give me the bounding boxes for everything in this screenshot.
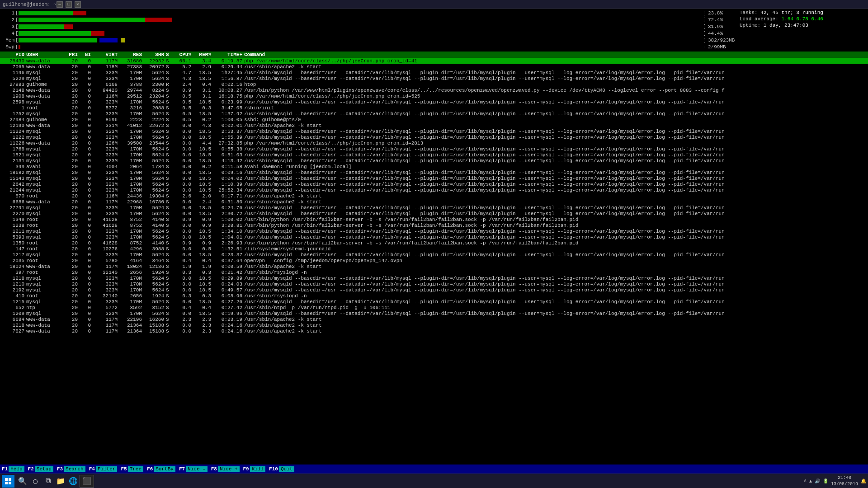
- header-ni: NI: [80, 52, 91, 57]
- proc-mem: 3.4: [193, 58, 211, 64]
- proc-s: S: [166, 188, 171, 193]
- proc-pid: 1196: [2, 70, 24, 75]
- table-row[interactable]: 27983 guihome 20 0 6168 3788 2300 R 2.4 …: [0, 81, 868, 87]
- fn-num: F5: [120, 466, 127, 472]
- table-row[interactable]: 2598 mysql 20 0 323M 170M 5624 S 0.5 18.…: [0, 99, 868, 105]
- browser-icon[interactable]: 🌐: [67, 475, 80, 488]
- fn-key-f3[interactable]: F3Search: [56, 466, 87, 472]
- table-row[interactable]: 1350 root 20 0 41628 8752 4140 S 0.9 0.9…: [0, 240, 868, 246]
- fn-key-f4[interactable]: F4Filter: [88, 466, 119, 472]
- proc-ni: 0: [80, 328, 91, 334]
- proc-res: 24436: [119, 193, 142, 199]
- terminal-icon[interactable]: ⬛: [80, 475, 94, 488]
- table-row[interactable]: 6684 www-data 20 0 117M 22196 16260 S 2.…: [0, 316, 868, 322]
- cpu-bar-label: 3: [2, 24, 14, 29]
- file-manager-icon[interactable]: 📁: [54, 475, 67, 488]
- table-row[interactable]: 870 root 20 0 116M 24436 19304 S 2.6 2.0…: [0, 193, 868, 199]
- table-row[interactable]: 5393 mysql 20 0 323M 170M 5624 S 0.0 18.…: [0, 234, 868, 240]
- proc-pid: 2035: [2, 258, 24, 263]
- table-row[interactable]: 1238 root 20 0 41628 8752 4140 S 0.0 0.9…: [0, 222, 868, 228]
- table-row[interactable]: 1211 mysql 20 0 323M 170M 5624 S 0.0 18.…: [0, 228, 868, 234]
- table-row[interactable]: 1210 mysql 20 0 323M 170M 5624 S 0.0 18.…: [0, 281, 868, 287]
- table-row[interactable]: 1222 mysql 20 0 323M 170M 5624 S 0.0 18.…: [0, 134, 868, 140]
- proc-res: 18024: [119, 264, 142, 269]
- proc-user: www-data: [26, 141, 62, 146]
- table-row[interactable]: 1752 mysql 20 0 323M 170M 5624 S 0.5 18.…: [0, 111, 868, 117]
- cpu-bar-row: 3[]31.9%: [2, 23, 731, 30]
- table-row[interactable]: 1 root 20 0 5372 3216 2088 S 0.5 0.3 3:4…: [0, 105, 868, 111]
- table-row[interactable]: 18024 www-data 20 0 117M 18024 12136 S 1…: [0, 263, 868, 269]
- table-row[interactable]: 1908 www-data 20 0 116M 29512 23204 S 0.…: [0, 93, 868, 99]
- table-row[interactable]: 15143 mysql 20 0 323M 170M 5624 S 0.0 18…: [0, 175, 868, 181]
- fn-key-f9[interactable]: F9Kill: [242, 466, 268, 472]
- notification-icon[interactable]: 🔔: [861, 479, 866, 484]
- proc-cmd: /usr/sbin/mysqld --basedir=/usr --datadi…: [244, 176, 866, 181]
- table-row[interactable]: 1349 root 20 0 41628 8752 4140 S 0.9 0.9…: [0, 216, 868, 222]
- proc-cpu: 0.0: [173, 158, 191, 164]
- table-row[interactable]: 2131 mysql 20 0 323M 170M 5624 S 0.0 18.…: [0, 158, 868, 164]
- task-view-icon[interactable]: ⧉: [42, 475, 54, 488]
- maximize-button[interactable]: □: [66, 1, 72, 8]
- svg-rect-2: [5, 482, 8, 484]
- proc-virt: 4004: [93, 164, 118, 169]
- table-row[interactable]: 1768 mysql 20 0 323M 170M 5624 S 0.0 18.…: [0, 146, 868, 152]
- fn-key-f8[interactable]: F8Nice +: [210, 466, 241, 472]
- proc-pri: 20: [64, 270, 78, 275]
- proc-res: 170M: [119, 152, 142, 158]
- table-row[interactable]: 27984 guihome 20 0 8596 2228 2224 S 0.5 …: [0, 117, 868, 122]
- table-row[interactable]: 1521 mysql 20 0 323M 170M 5624 S 0.0 18.…: [0, 152, 868, 158]
- table-row[interactable]: 1218 mysql 20 0 323M 170M 5624 S 0.0 18.…: [0, 275, 868, 281]
- fn-key-f1[interactable]: F1Help: [1, 466, 26, 472]
- proc-cpu: 2.6: [173, 193, 191, 199]
- table-row[interactable]: 397 root 20 0 32140 2656 1924 S 0.3 0.3 …: [0, 269, 868, 275]
- table-row[interactable]: 1196 mysql 20 0 323M 170M 5624 S 4.7 18.…: [0, 70, 868, 75]
- table-row[interactable]: 2192 mysql 20 0 323M 170M 5624 S 0.0 18.…: [0, 287, 868, 293]
- fn-label: Nice +: [218, 466, 240, 472]
- table-row[interactable]: 5229 mysql 20 0 323M 170M 5624 S 4.3 18.…: [0, 75, 868, 81]
- table-row[interactable]: 28430 www-data 20 0 117M 31680 22932 S 6…: [0, 58, 868, 64]
- table-row[interactable]: 12190 www-data 20 0 331M 41012 22672 S 0…: [0, 122, 868, 128]
- table-row[interactable]: 1215 mysql 20 0 323M 170M 5624 S 0.0 18.…: [0, 299, 868, 305]
- proc-res: 170M: [119, 311, 142, 316]
- table-row[interactable]: 21244 mysql 20 0 323M 170M 5624 S 0.0 18…: [0, 187, 868, 193]
- cpu-bar-green-segment: [19, 18, 145, 22]
- table-row[interactable]: 11224 mysql 20 0 323M 170M 5624 S 0.0 18…: [0, 128, 868, 134]
- table-row[interactable]: 2148 www-data 20 0 94420 29744 8224 S 0.…: [0, 87, 868, 93]
- cpu-bar-row: 4[]44.4%: [2, 30, 731, 37]
- table-row[interactable]: 1218 www-data 20 0 117M 21364 15188 S 0.…: [0, 322, 868, 328]
- table-row[interactable]: 18682 mysql 20 0 323M 170M 5624 S 0.0 18…: [0, 169, 868, 175]
- fn-key-f10[interactable]: F10Quit: [268, 466, 296, 472]
- close-button[interactable]: ✕: [75, 1, 81, 8]
- table-row[interactable]: 2642 mysql 20 0 323M 170M 5624 S 0.0 18.…: [0, 181, 868, 187]
- proc-mem: 0.4: [193, 305, 211, 310]
- table-row[interactable]: 7065 www-data 20 0 118M 27388 20972 S 5.…: [0, 64, 868, 70]
- fn-key-f7[interactable]: F7Nice -: [178, 466, 209, 472]
- fn-key-f5[interactable]: F5Tree: [120, 466, 145, 472]
- fn-key-f2[interactable]: F2Setup: [27, 466, 55, 472]
- table-row[interactable]: 1209 mysql 20 0 323M 170M 5624 S 0.0 18.…: [0, 310, 868, 316]
- table-row[interactable]: 410 root 20 0 32140 2656 1924 S 0.3 0.3 …: [0, 293, 868, 299]
- proc-cpu: 2.3: [173, 317, 191, 322]
- table-row[interactable]: 399 avahi 20 0 4004 2064 1784 S 0.0 0.2 …: [0, 164, 868, 169]
- table-row[interactable]: 6686 www-data 20 0 117M 22968 16780 S 0.…: [0, 199, 868, 205]
- proc-time: 1:56.87: [213, 76, 242, 81]
- proc-mem: 18.5: [193, 235, 211, 240]
- start-button[interactable]: [2, 475, 14, 488]
- proc-time: 3:47.05: [213, 105, 242, 111]
- proc-pid: 1238: [2, 223, 24, 228]
- proc-cpu: 0.0: [173, 246, 191, 252]
- fn-key-f6[interactable]: F6SortBy: [146, 466, 177, 472]
- table-row[interactable]: 27791 mysql 20 0 323M 170M 5624 S 0.0 18…: [0, 205, 868, 211]
- table-row[interactable]: 11226 www-data 20 0 126M 39500 23544 S 0…: [0, 140, 868, 146]
- cortana-icon[interactable]: ◯: [29, 475, 42, 488]
- search-taskbar-icon[interactable]: 🔍: [16, 475, 29, 488]
- minimize-button[interactable]: —: [57, 1, 63, 8]
- table-row[interactable]: 2270 mysql 20 0 323M 170M 5624 S 0.0 18.…: [0, 211, 868, 216]
- cpu-bar-container: [19, 24, 703, 29]
- table-row[interactable]: 7827 www-data 20 0 117M 21364 15188 S 0.…: [0, 328, 868, 334]
- table-row[interactable]: 652 ntp 20 0 5772 3592 3152 S 0.4 0.4 0:…: [0, 305, 868, 310]
- proc-mem: 18.5: [193, 188, 211, 193]
- table-row[interactable]: 2035 root 20 0 5780 4164 3464 S 0.4 0.4 …: [0, 258, 868, 263]
- table-row[interactable]: 1217 mysql 20 0 323M 170M 5624 S 0.0 18.…: [0, 252, 868, 258]
- table-row[interactable]: 147 root 20 0 10276 4296 3988 S 0.0 0.5 …: [0, 246, 868, 252]
